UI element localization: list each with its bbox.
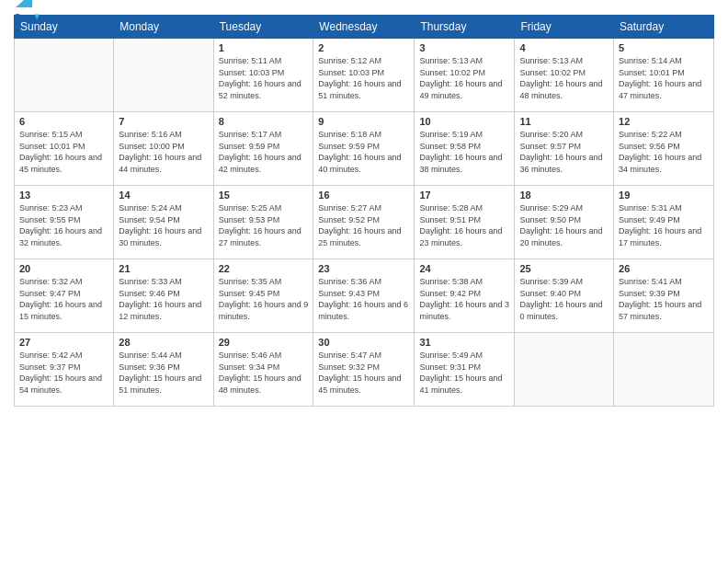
- calendar-cell: 22Sunrise: 5:35 AM Sunset: 9:45 PM Dayli…: [213, 259, 313, 333]
- day-number: 13: [19, 190, 108, 201]
- day-info: Sunrise: 5:36 AM Sunset: 9:43 PM Dayligh…: [318, 276, 409, 322]
- calendar-cell: 17Sunrise: 5:28 AM Sunset: 9:51 PM Dayli…: [415, 186, 515, 259]
- calendar-table: SundayMondayTuesdayWednesdayThursdayFrid…: [14, 15, 714, 407]
- day-number: 31: [419, 337, 509, 348]
- day-info: Sunrise: 5:13 AM Sunset: 10:02 PM Daylig…: [519, 55, 609, 101]
- calendar-cell: 5Sunrise: 5:14 AM Sunset: 10:01 PM Dayli…: [614, 39, 714, 112]
- calendar-cell: 21Sunrise: 5:33 AM Sunset: 9:46 PM Dayli…: [114, 259, 213, 333]
- day-info: Sunrise: 5:22 AM Sunset: 9:56 PM Dayligh…: [619, 129, 709, 175]
- svg-marker-3: [16, 0, 32, 7]
- calendar-cell: 7Sunrise: 5:16 AM Sunset: 10:00 PM Dayli…: [114, 112, 213, 186]
- weekday-header-friday: Friday: [515, 16, 614, 39]
- calendar-cell: 15Sunrise: 5:25 AM Sunset: 9:53 PM Dayli…: [213, 186, 313, 259]
- day-info: Sunrise: 5:17 AM Sunset: 9:59 PM Dayligh…: [219, 129, 309, 175]
- day-number: 30: [318, 337, 409, 348]
- day-number: 28: [119, 337, 208, 348]
- day-number: 8: [219, 116, 309, 127]
- calendar-cell: 31Sunrise: 5:49 AM Sunset: 9:31 PM Dayli…: [415, 333, 515, 407]
- day-info: Sunrise: 5:41 AM Sunset: 9:39 PM Dayligh…: [619, 276, 709, 322]
- calendar-cell: 13Sunrise: 5:23 AM Sunset: 9:55 PM Dayli…: [15, 186, 114, 259]
- calendar-cell: 19Sunrise: 5:31 AM Sunset: 9:49 PM Dayli…: [614, 186, 714, 259]
- day-number: 2: [318, 42, 409, 53]
- calendar-cell: 26Sunrise: 5:41 AM Sunset: 9:39 PM Dayli…: [614, 259, 714, 333]
- day-info: Sunrise: 5:32 AM Sunset: 9:47 PM Dayligh…: [19, 276, 108, 322]
- calendar-cell: 25Sunrise: 5:39 AM Sunset: 9:40 PM Dayli…: [515, 259, 614, 333]
- calendar-cell: 28Sunrise: 5:44 AM Sunset: 9:36 PM Dayli…: [114, 333, 213, 407]
- calendar-cell: 24Sunrise: 5:38 AM Sunset: 9:42 PM Dayli…: [415, 259, 515, 333]
- day-number: 4: [519, 42, 609, 53]
- calendar-cell: 3Sunrise: 5:13 AM Sunset: 10:02 PM Dayli…: [415, 39, 515, 112]
- day-number: 9: [318, 116, 409, 127]
- day-number: 23: [318, 263, 409, 274]
- calendar-cell: 16Sunrise: 5:27 AM Sunset: 9:52 PM Dayli…: [313, 186, 415, 259]
- calendar-cell: 4Sunrise: 5:13 AM Sunset: 10:02 PM Dayli…: [515, 39, 614, 112]
- day-number: 5: [619, 42, 709, 53]
- calendar-cell: 6Sunrise: 5:15 AM Sunset: 10:01 PM Dayli…: [15, 112, 114, 186]
- calendar-cell: [614, 333, 714, 407]
- day-number: 21: [119, 263, 208, 274]
- day-info: Sunrise: 5:42 AM Sunset: 9:37 PM Dayligh…: [19, 350, 108, 396]
- day-number: 26: [619, 263, 709, 274]
- weekday-header-wednesday: Wednesday: [313, 16, 415, 39]
- day-number: 1: [219, 42, 309, 53]
- day-info: Sunrise: 5:13 AM Sunset: 10:02 PM Daylig…: [419, 55, 509, 101]
- calendar-cell: 29Sunrise: 5:46 AM Sunset: 9:34 PM Dayli…: [213, 333, 313, 407]
- weekday-header-row: SundayMondayTuesdayWednesdayThursdayFrid…: [15, 16, 714, 39]
- day-number: 15: [219, 190, 309, 201]
- day-info: Sunrise: 5:20 AM Sunset: 9:57 PM Dayligh…: [519, 129, 609, 175]
- day-number: 19: [619, 190, 709, 201]
- calendar-cell: [15, 39, 114, 112]
- day-info: Sunrise: 5:18 AM Sunset: 9:59 PM Dayligh…: [318, 129, 409, 175]
- day-info: Sunrise: 5:25 AM Sunset: 9:53 PM Dayligh…: [219, 202, 309, 248]
- weekday-header-monday: Monday: [114, 16, 213, 39]
- day-info: Sunrise: 5:14 AM Sunset: 10:01 PM Daylig…: [619, 55, 709, 101]
- weekday-header-saturday: Saturday: [614, 16, 714, 39]
- week-row-3: 13Sunrise: 5:23 AM Sunset: 9:55 PM Dayli…: [15, 186, 714, 259]
- calendar-cell: 10Sunrise: 5:19 AM Sunset: 9:58 PM Dayli…: [415, 112, 515, 186]
- day-number: 24: [419, 263, 509, 274]
- calendar-cell: 11Sunrise: 5:20 AM Sunset: 9:57 PM Dayli…: [515, 112, 614, 186]
- day-info: Sunrise: 5:15 AM Sunset: 10:01 PM Daylig…: [19, 129, 108, 175]
- calendar-cell: 12Sunrise: 5:22 AM Sunset: 9:56 PM Dayli…: [614, 112, 714, 186]
- calendar-cell: 1Sunrise: 5:11 AM Sunset: 10:03 PM Dayli…: [213, 39, 313, 112]
- day-info: Sunrise: 5:31 AM Sunset: 9:49 PM Dayligh…: [619, 202, 709, 248]
- day-info: Sunrise: 5:24 AM Sunset: 9:54 PM Dayligh…: [119, 202, 208, 248]
- day-info: Sunrise: 5:49 AM Sunset: 9:31 PM Dayligh…: [419, 350, 509, 396]
- day-number: 17: [419, 190, 509, 201]
- day-info: Sunrise: 5:39 AM Sunset: 9:40 PM Dayligh…: [519, 276, 609, 322]
- day-info: Sunrise: 5:35 AM Sunset: 9:45 PM Dayligh…: [219, 276, 309, 322]
- day-number: 12: [619, 116, 709, 127]
- calendar-cell: 2Sunrise: 5:12 AM Sunset: 10:03 PM Dayli…: [313, 39, 415, 112]
- day-info: Sunrise: 5:27 AM Sunset: 9:52 PM Dayligh…: [318, 202, 409, 248]
- calendar-cell: 27Sunrise: 5:42 AM Sunset: 9:37 PM Dayli…: [15, 333, 114, 407]
- day-number: 6: [19, 116, 108, 127]
- day-number: 18: [519, 190, 609, 201]
- calendar-cell: 18Sunrise: 5:29 AM Sunset: 9:50 PM Dayli…: [515, 186, 614, 259]
- day-number: 7: [119, 116, 208, 127]
- day-number: 11: [519, 116, 609, 127]
- day-number: 29: [219, 337, 309, 348]
- day-number: 25: [519, 263, 609, 274]
- week-row-1: 1Sunrise: 5:11 AM Sunset: 10:03 PM Dayli…: [15, 39, 714, 112]
- calendar-cell: 9Sunrise: 5:18 AM Sunset: 9:59 PM Daylig…: [313, 112, 415, 186]
- day-info: Sunrise: 5:46 AM Sunset: 9:34 PM Dayligh…: [219, 350, 309, 396]
- page: General Blue SundayMondayTuesdayWe: [0, 0, 728, 563]
- week-row-4: 20Sunrise: 5:32 AM Sunset: 9:47 PM Dayli…: [15, 259, 714, 333]
- logo-triangle-icon: [16, 0, 32, 7]
- day-info: Sunrise: 5:23 AM Sunset: 9:55 PM Dayligh…: [19, 202, 108, 248]
- day-info: Sunrise: 5:29 AM Sunset: 9:50 PM Dayligh…: [519, 202, 609, 248]
- calendar-cell: 14Sunrise: 5:24 AM Sunset: 9:54 PM Dayli…: [114, 186, 213, 259]
- calendar-cell: 8Sunrise: 5:17 AM Sunset: 9:59 PM Daylig…: [213, 112, 313, 186]
- day-number: 14: [119, 190, 208, 201]
- week-row-2: 6Sunrise: 5:15 AM Sunset: 10:01 PM Dayli…: [15, 112, 714, 186]
- day-number: 20: [19, 263, 108, 274]
- day-number: 16: [318, 190, 409, 201]
- day-info: Sunrise: 5:28 AM Sunset: 9:51 PM Dayligh…: [419, 202, 509, 248]
- day-number: 27: [19, 337, 108, 348]
- calendar-cell: 20Sunrise: 5:32 AM Sunset: 9:47 PM Dayli…: [15, 259, 114, 333]
- day-info: Sunrise: 5:47 AM Sunset: 9:32 PM Dayligh…: [318, 350, 409, 396]
- day-info: Sunrise: 5:12 AM Sunset: 10:03 PM Daylig…: [318, 55, 409, 101]
- weekday-header-tuesday: Tuesday: [213, 16, 313, 39]
- weekday-header-thursday: Thursday: [415, 16, 515, 39]
- day-number: 10: [419, 116, 509, 127]
